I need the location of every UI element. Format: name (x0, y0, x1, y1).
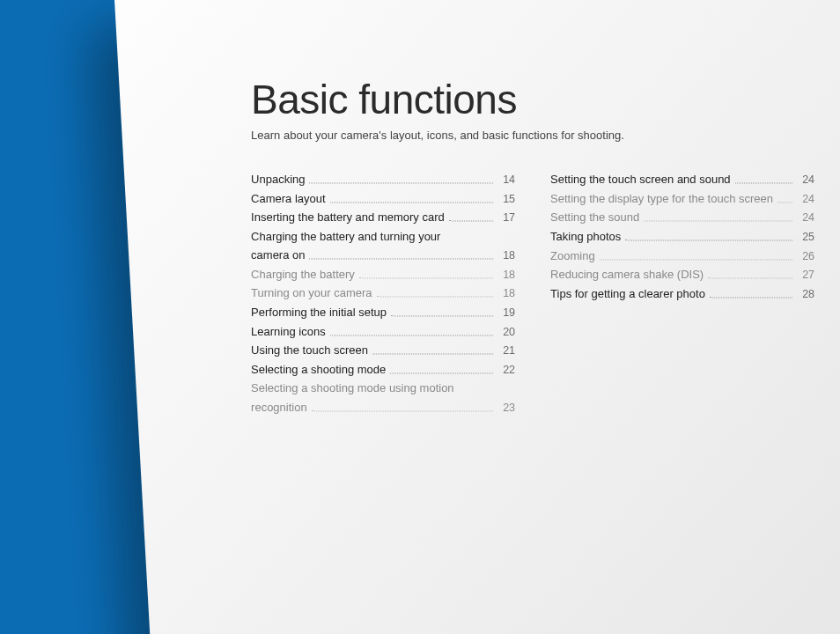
toc-entry[interactable]: recognition23 (251, 398, 515, 417)
toc-entry-label: Setting the sound (550, 209, 639, 227)
toc-entry-page: 14 (497, 171, 515, 189)
toc-entry-page: 24 (797, 210, 814, 228)
toc-entry-page: 22 (497, 361, 515, 380)
toc-entry-page: 17 (497, 210, 515, 228)
toc-entry-wrap[interactable]: Selecting a shooting mode using motion (251, 380, 515, 398)
toc-entry-label: Selecting a shooting mode (251, 360, 386, 379)
toc-entry-page: 27 (797, 267, 814, 285)
toc-column-right: Setting the touch screen and sound24Sett… (550, 170, 814, 417)
toc-entry[interactable]: Unpacking14 (251, 170, 515, 189)
toc-entry[interactable]: Charging the battery18 (251, 265, 515, 284)
toc-leader (777, 202, 792, 203)
toc-entry-label: Reducing camera shake (DIS) (550, 266, 704, 284)
toc-leader (359, 277, 493, 278)
toc-entry-label: Charging the battery (251, 265, 355, 284)
toc-entry-page: 26 (797, 247, 814, 266)
toc-entry-label: Turning on your camera (251, 284, 372, 303)
toc-leader (310, 182, 494, 183)
toc-entry-page: 24 (797, 171, 814, 189)
toc-entry[interactable]: Camera layout15 (251, 189, 515, 209)
toc-entry[interactable]: Zooming26 (550, 247, 814, 266)
toc-entry-label: Tips for getting a clearer photo (550, 284, 705, 303)
toc-entry-label: recognition (251, 398, 307, 417)
toc-leader (330, 335, 493, 335)
toc-entry-page: 19 (497, 304, 515, 322)
toc-entry[interactable]: Reducing camera shake (DIS)27 (550, 266, 814, 285)
toc-entry[interactable]: Setting the touch screen and sound24 (550, 170, 814, 189)
toc-leader (644, 221, 792, 222)
toc-entry-label: Inserting the battery and memory card (251, 209, 445, 227)
stage: Basic functions Learn about your camera'… (0, 0, 840, 634)
content-wrap: Basic functions Learn about your camera'… (114, 0, 840, 634)
page-subtitle: Learn about your camera's layout, icons,… (251, 129, 840, 142)
toc-entry[interactable]: Turning on your camera18 (251, 284, 515, 304)
toc-entry-label: Performing the initial setup (251, 303, 387, 321)
page-title: Basic functions (251, 76, 840, 123)
toc-entry-page: 21 (497, 343, 515, 361)
toc-entry-label: Camera layout (251, 189, 326, 208)
toc-leader (377, 297, 493, 298)
toc-leader (330, 202, 493, 203)
toc-entry-page: 18 (497, 266, 515, 284)
toc-entry-label: Taking photos (550, 227, 621, 246)
toc-entry-page: 23 (497, 399, 515, 417)
toc-entry-label: camera on (251, 246, 305, 264)
toc-entry[interactable]: Performing the initial setup19 (251, 303, 515, 322)
toc-leader (449, 221, 493, 222)
content: Basic functions Learn about your camera'… (251, 76, 840, 417)
toc-entry-label: Using the touch screen (251, 342, 368, 360)
toc-entry-page: 18 (497, 285, 515, 304)
toc-entry-page: 18 (497, 247, 515, 265)
toc-entry-label: Unpacking (251, 170, 305, 188)
toc-entry[interactable]: Setting the sound24 (550, 209, 814, 228)
toc-leader (600, 259, 792, 260)
toc-leader (312, 410, 493, 411)
toc-entry[interactable]: Inserting the battery and memory card17 (251, 209, 515, 228)
toc-entry-page: 24 (797, 190, 814, 209)
toc-entry[interactable]: Setting the display type for the touch s… (550, 189, 814, 209)
toc-entry[interactable]: Using the touch screen21 (251, 342, 515, 361)
toc-entry[interactable]: camera on18 (251, 246, 515, 265)
toc-entry-page: 20 (497, 323, 515, 342)
toc-leader (390, 372, 493, 373)
toc-leader (391, 315, 493, 316)
toc-entry[interactable]: Learning icons20 (251, 322, 515, 342)
toc-entry[interactable]: Selecting a shooting mode22 (251, 360, 515, 380)
toc-entry[interactable]: Tips for getting a clearer photo28 (550, 284, 814, 304)
toc-entry-page: 25 (797, 228, 814, 247)
toc-leader (372, 354, 493, 355)
toc-entry-wrap[interactable]: Charging the battery and turning your (251, 228, 515, 246)
toc-leader (708, 278, 792, 279)
toc-entry[interactable]: Taking photos25 (550, 227, 814, 247)
toc-entry-page: 15 (497, 190, 515, 209)
toc-leader (309, 258, 493, 259)
toc-entry-label: Setting the display type for the touch s… (550, 189, 773, 208)
toc-leader (735, 182, 792, 183)
toc-entry-page: 28 (797, 285, 814, 304)
toc-column-left: Unpacking14Camera layout15Inserting the … (251, 170, 515, 417)
toc-columns: Unpacking14Camera layout15Inserting the … (251, 170, 840, 417)
toc-entry-label: Zooming (550, 247, 595, 265)
toc-entry-label: Setting the touch screen and sound (550, 170, 731, 188)
toc-leader (625, 240, 792, 240)
toc-entry-label: Learning icons (251, 322, 326, 341)
toc-leader (710, 297, 792, 298)
